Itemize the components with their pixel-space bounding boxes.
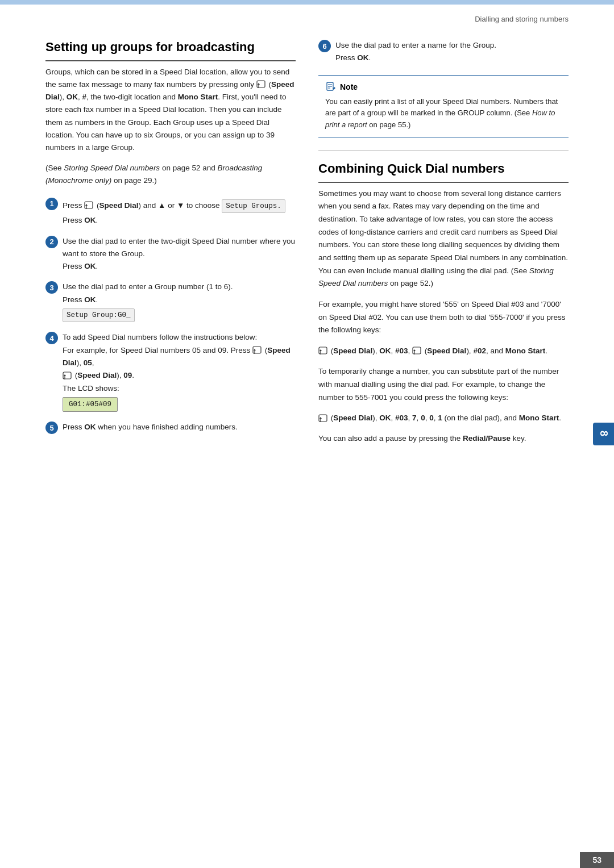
speed-dial-icon-step4b [63,372,73,381]
note-title: Note [325,81,562,93]
svg-marker-8 [254,349,256,350]
svg-marker-5 [85,204,88,206]
pencil-note-icon [325,81,337,93]
speed-dial-svg-r1 [318,347,329,356]
right-section-title: Combining Quick Dial numbers [318,161,569,183]
step-4-content: To add Speed Dial numbers follow the ins… [63,331,296,413]
speed-dial-svg-s4b [63,372,73,381]
page-content: Setting up groups for broadcasting Group… [0,28,614,487]
step-3: 3 Use the dial pad to enter a Group numb… [45,281,296,323]
svg-marker-18 [320,349,322,351]
step-1: 1 Press (Speed Dial) and ▲ or ▼ to choos… [45,197,296,227]
right-body-4: You can also add a pause by pressing the… [318,432,569,445]
step-4-number: 4 [45,332,58,344]
svg-marker-21 [413,349,416,351]
note-body: You can easily print a list of all your … [325,96,562,131]
svg-marker-2 [258,83,260,85]
step-2: 2 Use the dial pad to enter the two-digi… [45,235,296,273]
step-5-number: 5 [45,422,58,434]
speed-dial-svg [256,80,267,89]
right-body-1: Sometimes you may want to choose from se… [318,187,569,290]
speed-dial-svg-s4a [252,346,263,355]
left-intro: Groups, which can be stored in a Speed D… [45,66,296,155]
speed-dial-icon-step4a [252,346,263,355]
right-body-2: For example, you might have stored '555'… [318,298,569,337]
speed-dial-icon-r2 [318,414,329,423]
speed-dial-svg-r2 [318,414,329,423]
left-section-title: Setting up groups for broadcasting [45,39,296,61]
right-column: 6 Use the dial pad to enter a name for t… [318,39,569,453]
step-3-lcd: Setup Group:G0_ [63,308,135,323]
speed-dial-icon-1 [256,80,267,89]
step-3-content: Use the dial pad to enter a Group number… [63,281,233,323]
speed-dial-svg-s1 [84,201,94,210]
step-6-number: 6 [318,40,331,52]
speed-dial-icon-r1 [318,347,329,356]
step-6: 6 Use the dial pad to enter a name for t… [318,39,569,65]
section-divider [318,150,569,151]
step-1-mono: Setup Groups. [222,199,285,214]
speed-dial-svg-r1b [412,347,422,356]
speed-dial-icon-r1b [412,347,422,356]
step-1-content: Press (Speed Dial) and ▲ or ▼ to choose … [63,197,285,227]
right-body-3: To temporarily change a number, you can … [318,365,569,404]
note-icon [325,81,337,93]
step-4: 4 To add Speed Dial numbers follow the i… [45,331,296,413]
header-text: Dialling and storing numbers [475,15,569,23]
left-see-also: (See Storing Speed Dial numbers on page … [45,162,296,186]
right-keys-2: (Speed Dial), OK, #03, 7, 0, 0, 1 (on th… [318,412,569,424]
step-6-content: Use the dial pad to enter a name for the… [335,39,496,65]
page-tab: 8 [593,423,614,445]
right-keys-1: (Speed Dial), OK, #03, (Speed Dial), #02… [318,345,569,357]
note-label: Note [340,82,358,91]
svg-marker-11 [64,374,66,376]
step-5: 5 Press OK when you have finished adding… [45,421,296,434]
step-3-number: 3 [45,281,58,294]
page-header: Dialling and storing numbers [0,5,614,28]
step-1-number: 1 [45,198,58,210]
page-number: 53 [580,852,614,868]
step-4-lcd: G01:#05#09 [63,397,118,412]
step-2-content: Use the dial pad to enter the two-digit … [63,235,296,273]
step-5-content: Press OK when you have finished adding n… [63,421,238,433]
top-bar [0,0,614,5]
svg-marker-24 [320,417,322,419]
note-box: Note You can easily print a list of all … [318,75,569,137]
step-2-number: 2 [45,236,58,248]
speed-dial-icon-step1 [84,201,94,210]
left-column: Setting up groups for broadcasting Group… [45,39,296,453]
